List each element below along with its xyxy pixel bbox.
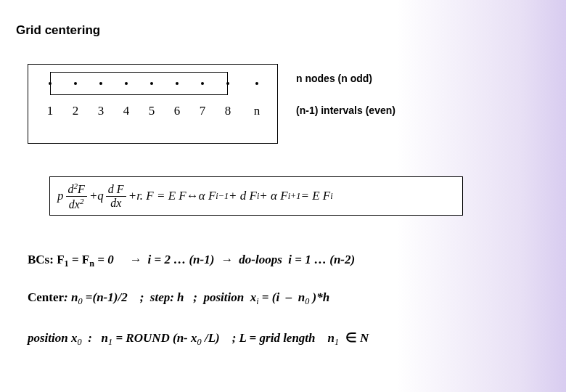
eq-rhs: = E F (300, 189, 330, 203)
slide-title: Grid centering (16, 23, 100, 38)
center-line: Center: n0 =(n-1)/2 ; step: h ; position… (28, 290, 329, 307)
grid-diagram: 1 2 3 4 5 6 7 8 n (28, 64, 278, 144)
eq-arrow: ↔ (186, 189, 199, 203)
eq-q: q (97, 189, 104, 203)
eq-rF: r. F = E F (136, 189, 186, 203)
intervals-count-label: (n-1) intervals (even) (296, 105, 395, 116)
eq-plus: + (128, 189, 136, 203)
eq-sub: i (330, 191, 332, 202)
equation: p d2F dx2 + q d F dx + r. F = E F ↔ α Fi… (57, 181, 333, 211)
eq-rhs: α F (199, 189, 216, 203)
node-label: 1 (43, 104, 57, 118)
position-line: position x0 : n1 = ROUND (n- x0 /L) ; L … (28, 330, 369, 348)
node-dot (150, 82, 153, 85)
node-dot (74, 82, 77, 85)
eq-sub: i+1 (288, 191, 301, 202)
bcs-line: BCs: F1 = Fn = 0 → i = 2 … (n-1) → do-lo… (28, 253, 355, 269)
nodes-count-label: n nodes (n odd) (296, 73, 372, 84)
node-label: 6 (170, 104, 184, 118)
node-label: 2 (68, 104, 83, 118)
node-dot (226, 82, 229, 85)
node-dot (49, 82, 52, 85)
node-label: 4 (119, 104, 134, 118)
node-label: 5 (144, 104, 159, 118)
node-dot (99, 82, 102, 85)
eq-rhs: + d F (229, 189, 257, 203)
eq-rhs: + α F (259, 189, 287, 203)
node-dot (125, 82, 128, 85)
element-of-icon: ∈ (345, 330, 357, 345)
node-label: 3 (94, 104, 108, 118)
node-label: n (250, 104, 264, 118)
node-label: 8 (221, 104, 235, 118)
eq-p: p (57, 189, 64, 203)
node-dot (176, 82, 179, 85)
eq-frac1: d2F dx2 (66, 181, 87, 211)
equation-box: p d2F dx2 + q d F dx + r. F = E F ↔ α Fi… (49, 176, 463, 216)
eq-plus: + (89, 189, 97, 203)
node-dot (255, 82, 258, 85)
eq-sub: i−1 (216, 191, 229, 202)
node-dot (201, 82, 204, 85)
node-label: 7 (195, 104, 210, 118)
eq-frac2: d F dx (106, 183, 126, 209)
